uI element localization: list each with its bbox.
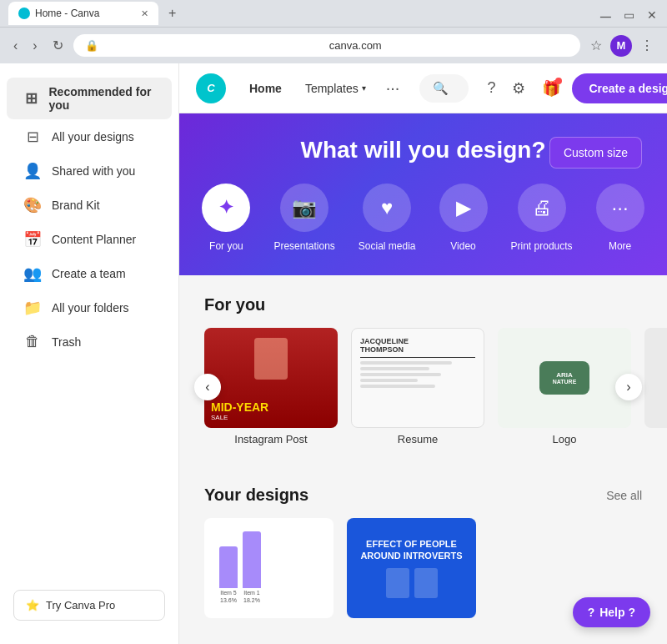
hero-icon-for-you[interactable]: ✦ For you [202,184,250,252]
hero-icon-circle-for-you: ✦ [202,184,250,232]
video-label: Vid... [644,433,667,445]
sidebar-nav: ⊞ Recommended for you ⊟ All your designs… [0,77,178,359]
page-content: Custom size What will you design? ✦ For … [179,113,667,638]
see-all-button[interactable]: See all [606,489,642,502]
video-card[interactable]: Vid... [644,328,667,445]
hero-icon-symbol-presentations: 📷 [292,196,317,219]
resume-lines [360,361,475,388]
url-text: canva.com [329,39,569,52]
app-nav-links: Home Templates ▾ ··· [239,75,406,101]
menu-button[interactable]: ⋮ [635,34,659,57]
bookmark-button[interactable]: ☆ [585,34,607,57]
try-pro-icon: ⭐ [26,599,39,611]
try-pro-button[interactable]: ⭐ Try Canva Pro [13,590,165,621]
resume-card[interactable]: JACQUELINETHOMPSON [351,328,484,445]
more-nav-button[interactable]: ··· [379,75,407,101]
logo-label: Logo [498,433,631,445]
resume-label: Resume [351,433,484,445]
profile-button[interactable]: M [610,35,632,57]
sidebar-icon-recommended: ⊞ [23,89,38,108]
sidebar-icon-folders: 📁 [23,299,42,317]
tab-title: Home - Canva [35,8,99,19]
hero-icon-symbol-more: ··· [612,196,629,219]
sidebar-item-trash[interactable]: 🗑 Trash [7,325,172,358]
hero-icon-video[interactable]: ▶ Video [439,184,488,252]
hero-banner: Custom size What will you design? ✦ For … [179,113,667,275]
hero-icon-circle-video: ▶ [439,184,488,232]
carousel-next-button[interactable]: › [615,374,642,400]
help-button[interactable]: ? [482,74,500,102]
sidebar-icon-brand-kit: 🎨 [23,196,42,214]
tab-close-button[interactable]: ✕ [141,8,148,19]
sidebar-item-folders[interactable]: 📁 All your folders [7,291,172,325]
hero-icon-presentations[interactable]: 📷 Presentations [273,184,334,252]
logo-badge: ARIA NATURE [539,361,590,395]
gift-button[interactable]: 🎁 [537,74,565,103]
sidebar-icon-shared: 👤 [23,162,42,180]
minimize-button[interactable]: ─ [595,5,612,22]
custom-size-button[interactable]: Custom size [549,137,642,169]
sidebar-label-trash: Trash [52,335,81,349]
maximize-button[interactable]: ▭ [619,5,635,22]
sidebar-item-content-planner[interactable]: 📅 Content Planner [7,223,172,256]
tab-favicon [18,8,30,19]
sidebar-item-shared[interactable]: 👤 Shared with you [7,154,172,188]
forward-button[interactable]: › [28,35,42,57]
chart-bar-1 [219,546,238,588]
hero-icon-symbol-print-products: 🖨 [532,196,552,219]
chart-bar-2 [243,531,261,588]
sidebar-item-brand-kit[interactable]: 🎨 Brand Kit [7,189,172,222]
header-icons: ? ⚙ 🎁 Create a design M [482,73,667,103]
main-content: C Home Templates ▾ ··· 🔍 ? ⚙ [179,63,667,644]
chart-design-card[interactable]: Item 5 13.6% Item 1 18.2% [204,518,334,618]
sidebar-item-create-team[interactable]: 👥 Create a team [7,257,172,290]
app-header: C Home Templates ▾ ··· 🔍 ? ⚙ [179,63,667,113]
video-thumbnail [644,328,667,428]
hero-icon-symbol-for-you: ✦ [218,197,233,219]
new-tab-button[interactable]: + [168,6,176,21]
blue-design-thumbnail: EFFECT OF PEOPLE AROUND INTROVERTS [347,518,476,618]
for-you-section: For you ‹ MID-YEAR [179,275,667,465]
close-button[interactable]: ✕ [642,5,659,22]
title-bar: Home - Canva ✕ + ─ ▭ ✕ [0,0,667,27]
hero-icon-social-media[interactable]: ♥ Social media [359,184,416,252]
hero-icon-label-video: Video [450,240,475,252]
sidebar-item-recommended[interactable]: ⊞ Recommended for you [7,78,172,119]
settings-button[interactable]: ⚙ [507,74,530,103]
sidebar: ⊞ Recommended for you ⊟ All your designs… [0,63,179,644]
resume-thumbnail: JACQUELINETHOMPSON [351,328,484,428]
chart-bars: Item 5 13.6% Item 1 18.2% [219,536,318,603]
back-button[interactable]: ‹ [8,35,23,57]
sidebar-label-shared: Shared with you [52,164,135,178]
sidebar-label-folders: All your folders [52,301,129,314]
sidebar-label-recommended: Recommended for you [48,85,155,112]
sidebar-icon-content-planner: 📅 [23,230,42,249]
hero-design-types: ✦ For you 📷 Presentations ♥ Social media… [202,184,644,252]
address-bar[interactable]: 🔒 canva.com [73,34,580,57]
create-design-button[interactable]: Create a design [572,73,667,103]
templates-nav-link[interactable]: Templates ▾ [295,77,376,100]
hero-icon-print-products[interactable]: 🖨 Print products [511,184,573,252]
window-controls: ─ ▭ ✕ [595,5,659,22]
browser-frame: Home - Canva ✕ + ─ ▭ ✕ ‹ › ↻ 🔒 canva.com… [0,0,667,644]
sidebar-label-brand-kit: Brand Kit [52,199,100,212]
logo-text: C [207,82,214,94]
sidebar-item-all-designs[interactable]: ⊟ All your designs [7,120,172,153]
help-icon: ? [588,606,595,619]
home-nav-link[interactable]: Home [239,77,292,100]
hero-icon-label-more: More [609,240,631,252]
refresh-button[interactable]: ↻ [48,34,68,57]
app-container: ⊞ Recommended for you ⊟ All your designs… [0,63,667,644]
blue-design-card[interactable]: EFFECT OF PEOPLE AROUND INTROVERTS [347,518,476,618]
search-bar[interactable]: 🔍 [419,74,469,103]
browser-tab[interactable]: Home - Canva ✕ [8,2,158,25]
hero-icon-more[interactable]: ··· More [596,184,644,252]
logo-card[interactable]: ARIA NATURE Logo [498,328,631,445]
resume-name-placeholder: JACQUELINETHOMPSON [360,337,475,358]
instagram-post-card[interactable]: MID-YEAR SALE Instagram Post [204,328,338,445]
carousel-prev-button[interactable]: ‹ [194,374,221,400]
help-widget-button[interactable]: ? Help ? [573,597,650,627]
sidebar-label-content-planner: Content Planner [52,233,136,246]
instagram-post-thumbnail: MID-YEAR SALE [204,328,338,428]
hero-title: What will you design? [301,137,546,164]
